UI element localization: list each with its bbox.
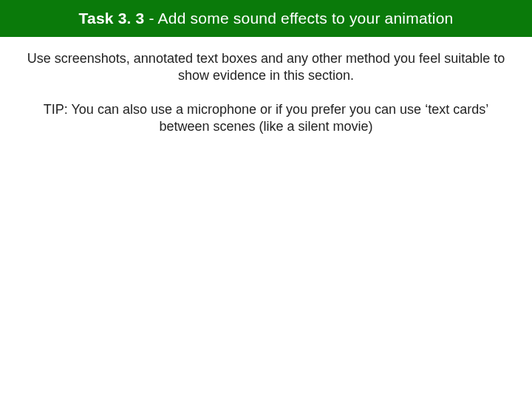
instruction-text: Use screenshots, annotated text boxes an… [25,50,507,83]
task-description: - Add some sound effects to your animati… [149,10,454,27]
title-bar: Task 3. 3 - Add some sound effects to yo… [0,0,532,37]
slide-title: Task 3. 3 - Add some sound effects to yo… [79,10,454,27]
body-area: Use screenshots, annotated text boxes an… [0,50,532,134]
tip-text: TIP: You can also use a microphone or if… [25,101,507,134]
slide: Task 3. 3 - Add some sound effects to yo… [0,0,532,399]
task-number: Task 3. 3 [79,10,149,27]
